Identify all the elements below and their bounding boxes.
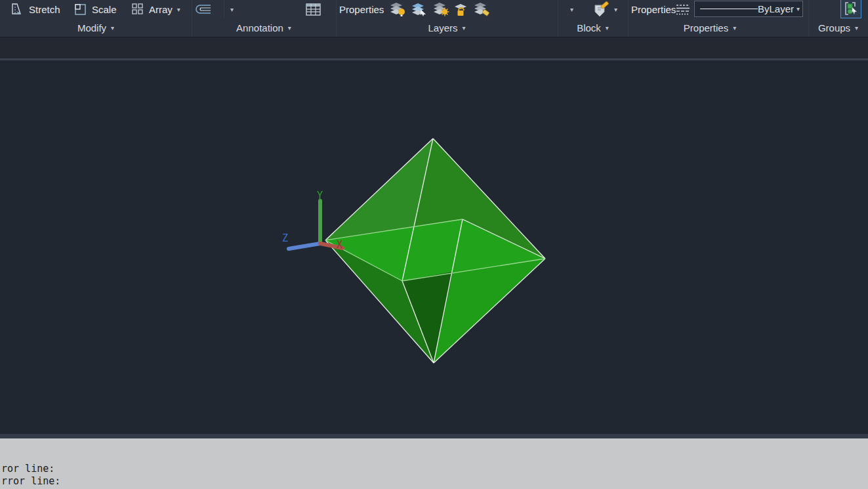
linetype-combobox[interactable]: ByLayer ▾ (694, 1, 803, 17)
panel-title-layers[interactable]: Layers ▾ (336, 18, 558, 37)
modify-panel-caret: ▾ (111, 24, 114, 32)
layer-off-icon (389, 1, 406, 17)
ribbon-icon-row: Stretch Scale Array ▾ (0, 0, 868, 18)
block-flyout-left-caret: ▾ (570, 5, 573, 13)
layer-isolate-button[interactable] (411, 0, 428, 18)
scale-button[interactable]: Scale (71, 0, 119, 18)
ribbon-viewport-gap (0, 38, 868, 58)
panel-title-annotation[interactable]: Annotation ▾ (192, 18, 336, 37)
panel-title-modify[interactable]: Modify ▾ (0, 18, 192, 37)
linetype-caret[interactable]: ▾ (796, 6, 804, 12)
panel-title-block[interactable]: Block ▾ (558, 18, 628, 37)
table-icon (306, 3, 321, 16)
array-button[interactable]: Array ▾ (129, 0, 183, 18)
block-panel-caret: ▾ (606, 24, 609, 32)
tool-separator (224, 0, 224, 18)
stretch-button[interactable]: Stretch (8, 0, 63, 18)
ucs-axis-z[interactable] (289, 244, 320, 249)
layer-freeze-icon (432, 1, 449, 17)
annotation-panel-caret: ▾ (288, 24, 291, 32)
linetype-list-button[interactable] (676, 0, 690, 18)
group-select-icon (843, 1, 859, 16)
layer-lock-button[interactable] (453, 0, 469, 18)
match-properties-button[interactable]: Properties (631, 0, 676, 18)
properties-panel-caret: ▾ (733, 24, 736, 32)
ucs-label-x: X (337, 239, 342, 251)
block-flyout-right-caret: ▾ (614, 5, 617, 13)
table-button[interactable] (306, 0, 321, 18)
layers-panel-caret: ▾ (463, 24, 466, 32)
edit-attributes-button[interactable] (592, 0, 611, 18)
ribbon: Stretch Scale Array ▾ (0, 0, 868, 37)
scale-label: Scale (92, 4, 117, 15)
layer-isolate-icon (411, 1, 428, 17)
stretch-icon (10, 3, 24, 16)
edit-attributes-icon (592, 1, 611, 18)
ribbon-label-row: Modify ▾ Annotation ▾ Layers ▾ Block ▾ P… (0, 18, 868, 37)
application-window: Stretch Scale Array ▾ (0, 0, 868, 489)
block-flyout-left-button[interactable]: ▾ (570, 0, 573, 18)
scale-icon (73, 3, 87, 16)
stretch-label: Stretch (29, 4, 60, 15)
layer-lock-icon (453, 1, 469, 17)
block-flyout-right-button[interactable]: ▾ (614, 0, 617, 18)
command-line-panel[interactable]: ror line: rror line: (0, 438, 868, 489)
ucs-label-z: Z (282, 232, 288, 244)
command-history-line: rror line: (1, 475, 60, 487)
group-select-button[interactable] (840, 0, 861, 18)
leader-icon (192, 3, 213, 16)
groups-panel-caret: ▾ (855, 24, 858, 32)
drawing-viewport[interactable]: YZX (0, 60, 868, 434)
annotation-flyout-button[interactable]: ▾ (230, 0, 234, 18)
layer-freeze-button[interactable] (432, 0, 449, 18)
viewport-bottom-border (0, 434, 868, 438)
layer-off-button[interactable] (389, 0, 406, 18)
leader-button[interactable] (192, 0, 213, 18)
ucs-label-y: Y (317, 190, 323, 202)
command-history-line: ror line: (1, 463, 54, 475)
array-flyout-caret[interactable]: ▾ (177, 5, 180, 13)
linetype-value: ByLayer (758, 3, 796, 14)
array-label: Array (149, 4, 173, 15)
array-icon (131, 3, 144, 16)
linetype-list-icon (676, 3, 690, 16)
layer-properties-button[interactable]: Properties (339, 0, 384, 18)
panel-title-groups[interactable]: Groups ▾ (808, 18, 868, 37)
layer-merge-button[interactable] (473, 0, 490, 18)
linetype-sample-line (700, 9, 758, 9)
layer-merge-icon (473, 1, 490, 17)
panel-title-properties[interactable]: Properties ▾ (628, 18, 792, 37)
annotation-flyout-caret: ▾ (230, 5, 234, 13)
